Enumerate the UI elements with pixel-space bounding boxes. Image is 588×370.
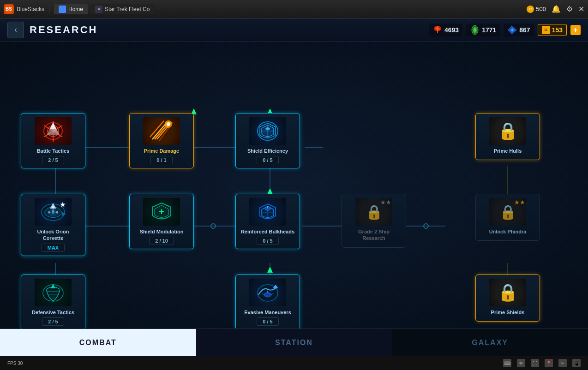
bluestacks-logo: BS <box>4 4 14 14</box>
node-prime-hulls[interactable]: 🔒 Prime Hulls <box>475 113 540 160</box>
defensive-tactics-label: Defensive Tactics <box>32 309 74 316</box>
game-area: Battle Tactics 2 / 5 Prime Damage 0 / 1 <box>0 42 588 328</box>
resource-green-value: 1771 <box>482 26 496 34</box>
evasive-maneuvers-label: Evasive Maneuvers <box>244 309 291 316</box>
eye-icon[interactable]: 👁 <box>517 359 525 367</box>
unlock-phindra-label: Unlock Phindra <box>489 228 527 235</box>
defensive-tactics-icon <box>35 279 72 306</box>
svg-marker-26 <box>267 267 273 273</box>
close-icon[interactable]: ✕ <box>578 5 584 13</box>
svg-point-6 <box>474 28 476 32</box>
shield-modulation-icon: + <box>143 198 180 226</box>
gear-icon[interactable]: ⚙ <box>566 5 573 13</box>
unlock-orion-label: Unlock OrionCorvette <box>37 228 69 242</box>
grade2-stars: ★★ <box>380 199 391 206</box>
battle-tactics-label: Battle Tactics <box>37 148 70 154</box>
fps-label: FPS <box>7 361 16 366</box>
tab-combat[interactable]: COMBAT <box>0 329 196 356</box>
node-shield-efficiency[interactable]: Shield Efficiency 0 / 5 <box>235 113 300 168</box>
bluestacks-label: BlueStacks <box>17 6 44 12</box>
gold-value: 153 <box>552 26 563 34</box>
prime-shields-lock-icon: 🔒 <box>498 283 518 302</box>
game-tab-label: Star Trek Fleet Co <box>105 6 150 12</box>
tab-combat-label: COMBAT <box>79 339 117 347</box>
resource-green: 1771 <box>466 24 500 36</box>
evasive-maneuvers-progress: 0 / 5 <box>257 317 278 326</box>
node-unlock-orion[interactable]: Unlock OrionCorvette MAX <box>21 194 85 256</box>
scissors-icon[interactable]: ✂ <box>558 359 567 367</box>
resource-blue-icon <box>507 25 517 35</box>
prime-hulls-label: Prime Hulls <box>494 148 522 154</box>
battle-tactics-icon <box>35 117 72 145</box>
page-title: RESEARCH <box>30 24 97 36</box>
resource-red-icon <box>432 25 443 35</box>
node-shield-modulation[interactable]: + Shield Modulation 2 / 10 <box>129 194 194 249</box>
fps-display: FPS 30 <box>7 361 23 366</box>
game-tab[interactable]: ★ Star Trek Fleet Co <box>90 4 154 14</box>
shield-efficiency-progress: 0 / 5 <box>257 156 278 164</box>
prime-hulls-lock-icon: 🔒 <box>498 121 518 141</box>
system-bar: FPS 30 ⌨ 👁 ⛶ 📍 ✂ 📱 <box>0 356 588 370</box>
tab-bar: COMBAT STATION GALAXY <box>0 328 588 356</box>
node-prime-shields[interactable]: 🔒 Prime Shields <box>475 275 540 322</box>
shield-modulation-progress: 2 / 10 <box>149 237 174 245</box>
back-arrow-icon: ‹ <box>14 25 17 35</box>
svg-point-28 <box>211 224 216 228</box>
gold-icon: G <box>542 26 550 34</box>
node-grade2-ship-research[interactable]: 🔒 ★★ Grade 2 ShipResearch <box>342 194 406 248</box>
back-button[interactable]: ‹ <box>7 22 24 38</box>
defensive-tactics-progress: 2 / 5 <box>42 317 64 326</box>
bell-icon[interactable]: 🔔 <box>552 5 561 13</box>
home-tab[interactable]: Home <box>54 4 88 14</box>
phindra-stars: ★★ <box>514 199 525 206</box>
tab-galaxy[interactable]: GALAXY <box>392 329 588 356</box>
grade2-icon: 🔒 ★★ <box>355 198 392 226</box>
resource-blue-value: 867 <box>519 26 530 34</box>
reinforced-bulkheads-label: Reinforced Bulkheads <box>241 228 294 235</box>
app-header: ‹ RESEARCH 4693 1771 <box>0 18 588 42</box>
svg-point-43 <box>167 122 170 126</box>
home-tab-label: Home <box>68 6 83 12</box>
coin-amount: 500 <box>536 6 546 12</box>
svg-point-53 <box>52 211 54 214</box>
svg-point-47 <box>265 127 270 130</box>
tab-station[interactable]: STATION <box>196 329 392 356</box>
resource-bar: 4693 1771 867 G <box>429 24 581 36</box>
unlock-phindra-icon: 🔒 ★★ <box>489 198 526 226</box>
shield-efficiency-icon <box>249 117 286 145</box>
prime-shields-label: Prime Shields <box>491 309 525 316</box>
battle-tactics-progress: 2 / 5 <box>42 156 64 164</box>
tab-galaxy-label: GALAXY <box>472 339 508 347</box>
fps-value: 30 <box>18 361 23 366</box>
node-unlock-phindra[interactable]: 🔒 ★★ Unlock Phindra <box>475 194 540 241</box>
phone-icon[interactable]: 📱 <box>572 359 581 367</box>
map-pin-icon[interactable]: 📍 <box>545 359 553 367</box>
resource-red: 4693 <box>429 24 462 36</box>
titlebar-icons: P 500 🔔 ⚙ ✕ <box>527 5 584 13</box>
resource-red-value: 4693 <box>444 26 459 34</box>
prime-hulls-icon: 🔒 <box>489 117 526 145</box>
grade2-lock-icon: 🔒 <box>366 204 383 220</box>
prime-damage-icon <box>143 117 180 145</box>
resource-blue: 867 <box>504 24 534 36</box>
node-prime-damage[interactable]: Prime Damage 0 / 1 <box>129 113 194 168</box>
svg-point-70 <box>264 292 271 297</box>
shield-efficiency-label: Shield Efficiency <box>247 148 288 154</box>
tab-station-label: STATION <box>275 339 313 347</box>
svg-text:+: + <box>159 207 164 217</box>
evasive-maneuvers-icon <box>249 279 286 306</box>
fullscreen-icon[interactable]: ⛶ <box>531 359 539 367</box>
shield-modulation-label: Shield Modulation <box>140 228 184 235</box>
coin-icon: P <box>527 6 534 13</box>
prime-damage-progress: 0 / 1 <box>150 156 172 164</box>
prime-shields-icon: 🔒 <box>489 279 526 306</box>
keyboard-icon[interactable]: ⌨ <box>503 359 511 367</box>
node-battle-tactics[interactable]: Battle Tactics 2 / 5 <box>21 113 85 168</box>
svg-point-29 <box>424 224 428 228</box>
node-reinforced-bulkheads[interactable]: Reinforced Bulkheads 0 / 5 <box>235 194 300 249</box>
grade2-label: Grade 2 ShipResearch <box>358 228 390 242</box>
node-evasive-maneuvers[interactable]: Evasive Maneuvers 0 / 5 <box>235 275 300 328</box>
unlock-orion-progress: MAX <box>42 244 65 252</box>
add-gold-button[interactable]: + <box>570 25 581 35</box>
node-defensive-tactics[interactable]: Defensive Tactics 2 / 5 <box>21 275 85 328</box>
